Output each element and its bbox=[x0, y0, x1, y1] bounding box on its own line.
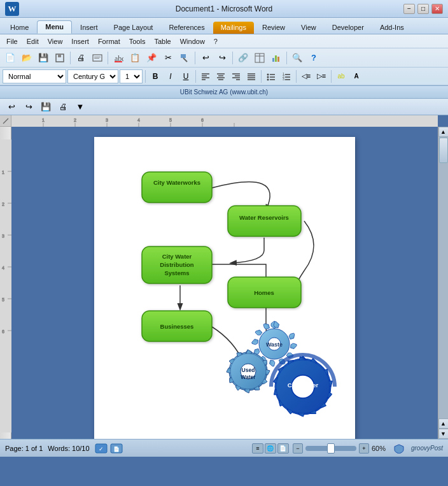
spell-check-button[interactable]: abc bbox=[111, 50, 126, 66]
italic-button[interactable]: I bbox=[164, 69, 178, 83]
new-button[interactable]: 📄 bbox=[3, 50, 18, 66]
separator-2 bbox=[108, 52, 108, 64]
svg-marker-87 bbox=[268, 359, 276, 368]
scroll-up-button[interactable]: ▲ bbox=[438, 127, 449, 137]
menu-view[interactable]: View bbox=[44, 36, 67, 46]
scroll-thumb[interactable] bbox=[439, 138, 448, 163]
maximize-button[interactable]: □ bbox=[417, 4, 429, 14]
menu-table[interactable]: Table bbox=[150, 36, 174, 46]
bold-button[interactable]: B bbox=[148, 69, 162, 83]
svg-rect-57 bbox=[0, 139, 11, 432]
qa-save-button[interactable]: 💾 bbox=[38, 99, 53, 115]
svg-point-33 bbox=[267, 76, 269, 78]
separator-3 bbox=[195, 52, 195, 64]
underline-button[interactable]: U bbox=[179, 69, 193, 83]
open-button[interactable]: 📂 bbox=[19, 50, 34, 66]
tab-references[interactable]: References bbox=[161, 22, 212, 34]
close-button[interactable]: ✕ bbox=[431, 4, 443, 14]
hyperlink-button[interactable]: 🔗 bbox=[235, 50, 251, 66]
svg-text:Used: Used bbox=[242, 367, 255, 373]
svg-marker-83 bbox=[288, 332, 296, 341]
align-right-button[interactable] bbox=[229, 69, 243, 83]
align-justify-button[interactable] bbox=[244, 69, 258, 83]
cut-button[interactable]: ✂ bbox=[160, 50, 176, 66]
minimize-button[interactable]: − bbox=[403, 4, 415, 14]
menu-help[interactable]: ? bbox=[210, 36, 221, 46]
align-center-button[interactable] bbox=[214, 69, 228, 83]
menu-insert[interactable]: Insert bbox=[67, 36, 93, 46]
doc-icon: 📄 bbox=[110, 443, 123, 454]
tab-mailings[interactable]: Mailings bbox=[213, 22, 254, 34]
font-color-button[interactable]: A bbox=[349, 69, 363, 83]
status-icons: ✓ 📄 bbox=[95, 443, 123, 454]
zoom-slider-thumb[interactable] bbox=[327, 443, 335, 454]
tab-menu[interactable]: Menu bbox=[37, 20, 72, 34]
svg-rect-12 bbox=[272, 58, 274, 62]
style-select[interactable]: Normal bbox=[3, 69, 66, 83]
table-button[interactable] bbox=[252, 50, 267, 66]
format-painter-button[interactable] bbox=[177, 50, 192, 66]
vertical-scrollbar[interactable]: ▲ ▲ ▼ bbox=[438, 127, 448, 439]
word-count: Words: 10/10 bbox=[48, 445, 89, 452]
tab-page-layout[interactable]: Page Layout bbox=[106, 22, 161, 34]
qa-undo-button[interactable]: ↩ bbox=[4, 99, 19, 115]
separator-5 bbox=[286, 52, 287, 64]
tab-insert[interactable]: Insert bbox=[73, 22, 106, 34]
help-button[interactable]: ? bbox=[306, 50, 321, 66]
print-preview-button[interactable] bbox=[90, 50, 105, 66]
redo-button[interactable]: ↪ bbox=[214, 50, 230, 66]
title-bar: W Document1 - Microsoft Word − □ ✕ bbox=[0, 0, 448, 18]
scroll-down-button-2[interactable]: ▼ bbox=[438, 429, 449, 439]
increase-indent-button[interactable]: ▷≡ bbox=[314, 69, 328, 83]
font-select[interactable]: Century Goth bbox=[67, 69, 118, 83]
menu-format[interactable]: Format bbox=[94, 36, 124, 46]
chart-button[interactable] bbox=[269, 50, 284, 66]
bullets-button[interactable] bbox=[264, 69, 278, 83]
zoom-button[interactable]: 🔍 bbox=[290, 50, 305, 66]
menu-file[interactable]: File bbox=[3, 36, 22, 46]
zoom-slider[interactable] bbox=[305, 446, 356, 451]
ubit-bar: UBit Schweiz AG (www.ubit.ch) bbox=[0, 86, 448, 99]
undo-button[interactable]: ↩ bbox=[198, 50, 213, 66]
svg-rect-1 bbox=[58, 54, 61, 57]
web-view-button[interactable]: 🌐 bbox=[265, 443, 276, 454]
tab-add-ins[interactable]: Add-Ins bbox=[372, 22, 412, 34]
tab-review[interactable]: Review bbox=[255, 22, 293, 34]
zoom-in-button[interactable]: + bbox=[359, 443, 369, 454]
scroll-down-button-1[interactable]: ▲ bbox=[438, 418, 449, 429]
svg-text:📄: 📄 bbox=[113, 446, 120, 452]
svg-rect-14 bbox=[277, 57, 279, 62]
svg-line-8 bbox=[183, 58, 187, 62]
print-view-button[interactable]: 📄 bbox=[277, 443, 289, 454]
highlight-button[interactable]: ab bbox=[334, 69, 348, 83]
align-left-button[interactable] bbox=[199, 69, 213, 83]
zoom-out-button[interactable]: − bbox=[293, 443, 303, 454]
save-as-button[interactable] bbox=[52, 50, 67, 66]
menu-tools[interactable]: Tools bbox=[125, 36, 150, 46]
tab-developer[interactable]: Developer bbox=[325, 22, 372, 34]
size-select[interactable]: 11 bbox=[120, 69, 143, 83]
numbering-button[interactable]: 1.2.3. bbox=[279, 69, 293, 83]
tab-home[interactable]: Home bbox=[3, 22, 36, 34]
print-button[interactable]: 🖨 bbox=[73, 50, 88, 66]
svg-text:Homes: Homes bbox=[254, 289, 274, 296]
scroll-track[interactable] bbox=[438, 137, 448, 418]
normal-view-button[interactable]: ≡ bbox=[252, 443, 263, 454]
tab-view[interactable]: View bbox=[293, 22, 324, 34]
paste-button[interactable]: 📌 bbox=[144, 50, 159, 66]
horizontal-ruler: 1 2 3 4 5 6 bbox=[11, 115, 438, 127]
svg-text:3: 3 bbox=[2, 234, 4, 238]
groovypost-label: groovyPost bbox=[411, 445, 443, 452]
svg-text:Systems: Systems bbox=[164, 269, 189, 276]
copy-button[interactable]: 📋 bbox=[127, 50, 143, 66]
qa-options-button[interactable]: ▼ bbox=[73, 99, 88, 115]
menu-edit[interactable]: Edit bbox=[23, 36, 43, 46]
menu-window[interactable]: Window bbox=[176, 36, 209, 46]
svg-text:City Sewer: City Sewer bbox=[288, 382, 319, 389]
zoom-control: − + 60% bbox=[293, 443, 389, 454]
decrease-indent-button[interactable]: ◁≡ bbox=[299, 69, 313, 83]
ruler-corner bbox=[0, 115, 11, 127]
qa-print-button[interactable]: 🖨 bbox=[55, 99, 71, 115]
save-button[interactable]: 💾 bbox=[36, 50, 51, 66]
qa-redo-button[interactable]: ↪ bbox=[21, 99, 36, 115]
